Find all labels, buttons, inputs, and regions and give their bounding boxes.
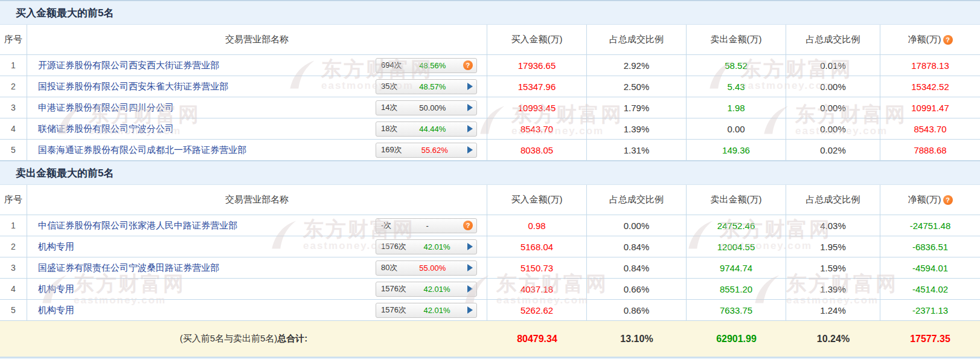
total-label-suffix: 总合计:	[277, 333, 307, 343]
broker-name-link[interactable]: 机构专用	[38, 305, 74, 316]
sell-ratio: 1.39%	[786, 279, 880, 299]
sell-amount: 24752.46	[687, 215, 786, 236]
total-buy-amount: 80479.34	[487, 321, 587, 357]
sell-amount: 7633.75	[687, 300, 786, 320]
net-help-icon[interactable]: ?	[943, 195, 953, 205]
net-amount: -4594.01	[880, 257, 980, 278]
appearance-count: 1576次	[381, 283, 406, 294]
broker-name-link[interactable]: 机构专用	[38, 283, 74, 295]
total-sell-ratio: 10.24%	[786, 321, 880, 357]
dragon-tiger-list-panel: 买入金额最大的前5名 序号 交易营业部名称 买入金额(万) 占总成交比例 卖出金…	[0, 0, 980, 359]
win-rate: 48.56%	[419, 61, 446, 70]
sell-ratio: 0.00%	[786, 118, 880, 139]
win-rate: 42.01%	[423, 285, 450, 294]
sell-table-header-row: 序号 交易营业部名称 买入金额(万) 占总成交比例 卖出金额(万) 占总成交比例…	[0, 185, 980, 215]
total-net-amount: 17577.35	[880, 321, 980, 357]
sell-table-title: 卖出金额最大的前5名	[16, 166, 114, 180]
badge-help-icon[interactable]: ?	[463, 221, 473, 230]
header-buy-ratio: 占总成交比例	[587, 185, 687, 215]
header-sell-ratio: 占总成交比例	[786, 25, 880, 54]
sell-amount: 12004.55	[687, 236, 786, 257]
net-amount: -4514.02	[880, 279, 980, 299]
total-buy-ratio: 13.10%	[587, 321, 687, 357]
buy-ratio: 2.92%	[587, 55, 687, 76]
header-buy-ratio: 占总成交比例	[587, 25, 687, 54]
row-index: 5	[0, 140, 27, 160]
table-row: 2 国投证券股份有限公司西安朱雀大街证券营业部 35次 48.57% 15347…	[0, 76, 980, 97]
row-index: 3	[0, 257, 27, 278]
broker-name-link[interactable]: 机构专用	[38, 241, 74, 253]
table-row: 4 联储证券股份有限公司宁波分公司 18次 44.44% 8543.70 1.3…	[0, 118, 980, 140]
net-amount: 17878.13	[880, 55, 980, 76]
header-index: 序号	[0, 25, 27, 54]
sell-amount: 9744.74	[687, 257, 786, 278]
buy-amount: 0.98	[487, 215, 587, 236]
badge-help-icon[interactable]: ?	[463, 60, 473, 70]
appearance-count: 18次	[381, 123, 397, 134]
table-row: 5 国泰海通证券股份有限公司成都北一环路证券营业部 169次 55.62% 80…	[0, 140, 980, 161]
buy-ratio: 0.86%	[587, 300, 687, 320]
sell-ratio: 4.03%	[786, 215, 880, 236]
lhb-stats-badge[interactable]: -次 - ?	[376, 218, 477, 233]
sell-ratio: 0.00%	[786, 97, 880, 118]
broker-name-link[interactable]: 开源证券股份有限公司西安西大街证券营业部	[38, 60, 219, 71]
total-label: (买入前5名与卖出前5名)总合计:	[180, 333, 308, 344]
play-icon	[467, 104, 473, 111]
appearance-count: 14次	[381, 102, 397, 113]
sell-ratio: 0.00%	[786, 76, 880, 97]
broker-name-link[interactable]: 申港证券股份有限公司四川分公司	[38, 102, 174, 114]
broker-name-link[interactable]: 国泰海通证券股份有限公司成都北一环路证券营业部	[38, 144, 246, 156]
broker-name-link[interactable]: 联储证券股份有限公司宁波分公司	[38, 123, 174, 135]
lhb-stats-badge[interactable]: 18次 44.44%	[376, 121, 477, 137]
lhb-stats-badge[interactable]: 1576次 42.01%	[376, 303, 477, 318]
appearance-count: 35次	[381, 81, 397, 92]
sell-amount: 1.98	[687, 97, 786, 118]
win-rate: 44.44%	[419, 125, 446, 134]
lhb-stats-badge[interactable]: 694次 48.56% ?	[376, 58, 477, 73]
buy-amount: 8543.70	[487, 118, 587, 139]
lhb-stats-badge[interactable]: 35次 48.57%	[376, 79, 477, 94]
win-rate: 55.62%	[421, 146, 448, 155]
lhb-stats-badge[interactable]: 1576次 42.01%	[376, 239, 477, 254]
buy-ratio: 0.84%	[587, 257, 687, 278]
broker-name-link[interactable]: 国盛证券有限责任公司宁波桑田路证券营业部	[38, 262, 219, 274]
net-amount: -6836.51	[880, 236, 980, 257]
buy-ratio: 1.31%	[587, 140, 687, 160]
table-row: 1 中信证券股份有限公司张家港人民中路证券营业部 -次 - ? 0.98 0.0…	[0, 215, 980, 236]
broker-name-link[interactable]: 国投证券股份有限公司西安朱雀大街证券营业部	[38, 81, 228, 92]
header-name: 交易营业部名称	[27, 25, 487, 54]
table-row: 1 开源证券股份有限公司西安西大街证券营业部 694次 48.56% ? 179…	[0, 55, 980, 76]
buy-amount: 8038.05	[487, 140, 587, 160]
net-amount: 7888.68	[880, 140, 980, 160]
buy-ratio: 2.50%	[587, 76, 687, 97]
lhb-stats-badge[interactable]: 14次 50.00%	[376, 100, 477, 115]
sell-table-titlebar: 卖出金额最大的前5名	[0, 161, 980, 185]
table-row: 2 机构专用 1576次 42.01% 5168.04 0.84% 12004.…	[0, 236, 980, 257]
buy-amount: 5168.04	[487, 236, 587, 257]
buy-amount: 10993.45	[487, 97, 587, 118]
win-rate: 42.01%	[423, 242, 450, 251]
row-index: 1	[0, 55, 27, 76]
table-row: 4 机构专用 1576次 42.01% 4037.18 0.66% 8551.2…	[0, 279, 980, 300]
lhb-stats-badge[interactable]: 169次 55.62%	[376, 143, 477, 158]
header-index: 序号	[0, 185, 27, 215]
header-sell-ratio: 占总成交比例	[786, 185, 880, 215]
lhb-stats-badge[interactable]: 1576次 42.01%	[376, 282, 477, 297]
appearance-count: -次	[381, 220, 391, 231]
row-index: 3	[0, 97, 27, 118]
win-rate: -	[426, 221, 429, 230]
buy-table-titlebar: 买入金额最大的前5名	[0, 1, 980, 25]
buy-ratio: 1.39%	[587, 118, 687, 139]
appearance-count: 169次	[381, 144, 402, 155]
row-index: 2	[0, 236, 27, 257]
win-rate: 55.00%	[419, 264, 446, 273]
net-amount: 15342.52	[880, 76, 980, 97]
net-help-icon[interactable]: ?	[943, 35, 953, 45]
buy-ratio: 0.84%	[587, 236, 687, 257]
grand-total-row: (买入前5名与卖出前5名)总合计: 80479.34 13.10% 62901.…	[0, 321, 980, 357]
lhb-stats-badge[interactable]: 80次 55.00%	[376, 260, 477, 276]
row-index: 5	[0, 300, 27, 320]
header-net-label: 净额(万)	[908, 34, 941, 45]
broker-name-link[interactable]: 中信证券股份有限公司张家港人民中路证券营业部	[38, 220, 237, 231]
header-net-amount: 净额(万) ?	[880, 185, 980, 215]
